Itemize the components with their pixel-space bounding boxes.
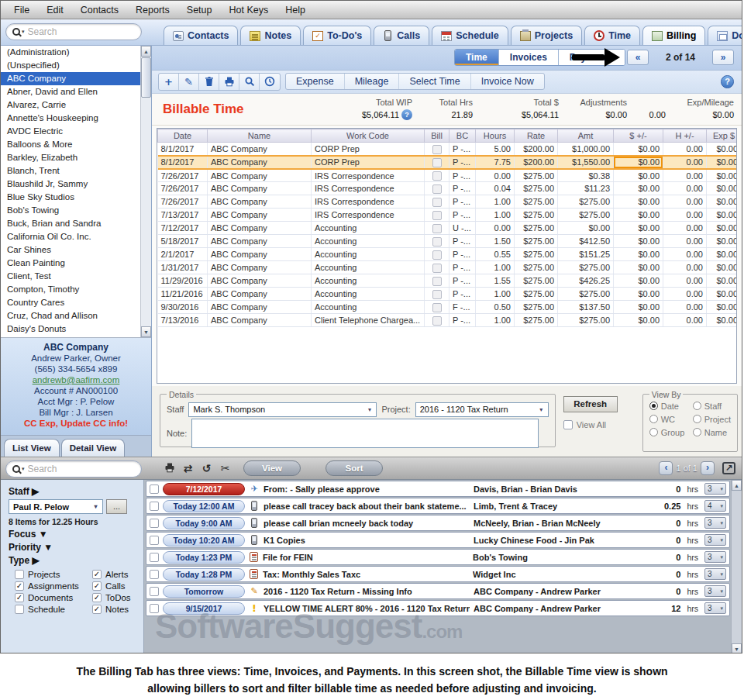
bill-checkbox[interactable]: [432, 303, 442, 312]
search-icon[interactable]: [239, 74, 260, 90]
row-checkbox[interactable]: [150, 553, 159, 562]
scroll-up-icon[interactable]: ▲: [141, 46, 151, 57]
viewby-staff[interactable]: Staff: [693, 402, 731, 411]
client-item[interactable]: Cruz, Chad and Allison: [1, 309, 140, 322]
client-item[interactable]: Bob's Towing: [1, 204, 140, 217]
client-item[interactable]: Buck, Brian and Sandra: [1, 217, 140, 230]
tab-to-do-s[interactable]: To-Do's: [303, 26, 371, 45]
client-item[interactable]: Client, Test: [1, 270, 140, 283]
client-item[interactable]: Blaushild Jr, Sammy: [1, 178, 140, 191]
bill-checkbox[interactable]: [432, 237, 442, 247]
time-entry-row[interactable]: 9/30/2016ABC CompanyAccountingF -...0.50…: [158, 301, 738, 314]
column-header-date[interactable]: Date: [158, 129, 208, 143]
priority-select[interactable]: 3▾: [704, 602, 726, 614]
client-list-scrollbar[interactable]: ▲ ▼: [140, 46, 151, 337]
bill-checkbox[interactable]: [432, 290, 442, 299]
menu-item-help[interactable]: Help: [277, 2, 314, 18]
priority-select[interactable]: 3▾: [704, 534, 726, 546]
staff-select[interactable]: Mark S. Thompson ▾: [188, 402, 377, 417]
row-checkbox[interactable]: [150, 519, 159, 528]
bill-checkbox[interactable]: [432, 184, 442, 194]
client-item[interactable]: Car Shines: [1, 243, 140, 257]
menu-item-edit[interactable]: Edit: [38, 2, 72, 18]
time-entry-row[interactable]: 11/29/2016ABC CompanyAccountingP -...1.5…: [158, 274, 738, 288]
search-options-caret-icon[interactable]: ▾: [22, 466, 25, 472]
type-assignments[interactable]: ✓Assignments: [15, 580, 89, 591]
filter-staff-header[interactable]: Staff ▶: [9, 486, 143, 497]
column-header-work-code[interactable]: Work Code: [312, 129, 425, 143]
edit-icon[interactable]: ✎: [179, 74, 199, 90]
client-item[interactable]: Blanch, Trent: [1, 164, 140, 178]
search-options-caret-icon[interactable]: ▾: [22, 29, 25, 35]
pager-prev-button[interactable]: «: [627, 50, 649, 65]
row-checkbox[interactable]: [150, 587, 159, 596]
work-item-row[interactable]: Today 1:28 PMTax: Monthly Sales TaxcWidg…: [146, 566, 730, 582]
column-header-h[interactable]: H +/-: [663, 129, 707, 143]
scroll-up-icon[interactable]: ▲: [732, 480, 742, 491]
help-icon[interactable]: ?: [401, 109, 412, 120]
invoice-now-button[interactable]: Invoice Now: [471, 74, 544, 89]
print-icon[interactable]: [219, 74, 239, 90]
viewby-group[interactable]: Group: [649, 428, 693, 437]
client-item[interactable]: Balloons & More: [1, 138, 140, 151]
priority-select[interactable]: 3▾: [704, 585, 726, 597]
client-item[interactable]: Daisy's Donuts: [1, 322, 140, 336]
subtab-invoices[interactable]: Invoices: [499, 50, 559, 65]
note-textarea[interactable]: [191, 419, 539, 448]
expense-button[interactable]: Expense: [286, 74, 345, 89]
client-item[interactable]: California Oil Co. Inc.: [1, 230, 140, 243]
priority-select[interactable]: 4▾: [704, 500, 726, 512]
filter-focus-header[interactable]: Focus ▼: [9, 529, 143, 540]
staff-more-button[interactable]: ...: [106, 499, 127, 514]
client-item[interactable]: Clean Painting: [1, 257, 140, 270]
bill-checkbox[interactable]: [432, 145, 442, 154]
bill-checkbox[interactable]: [432, 264, 442, 273]
time-entry-row[interactable]: 1/31/2017ABC CompanyAccountingP -...1.00…: [158, 261, 738, 274]
pager-next-button[interactable]: »: [712, 50, 734, 65]
scroll-thumb[interactable]: [141, 57, 151, 98]
viewby-date[interactable]: Date: [649, 402, 693, 411]
filter-priority-header[interactable]: Priority ▼: [9, 542, 143, 553]
tab-time[interactable]: Time: [584, 26, 640, 45]
row-checkbox[interactable]: [150, 502, 159, 511]
time-entry-row[interactable]: 7/26/2017ABC CompanyIRS CorrespondenceP …: [158, 195, 738, 209]
time-entry-row[interactable]: 11/21/2016ABC CompanyAccountingP -...1.0…: [158, 288, 738, 301]
menu-item-setup[interactable]: Setup: [178, 2, 221, 18]
client-item[interactable]: (Administration): [1, 46, 140, 59]
time-entry-row[interactable]: 8/1/2017ABC CompanyCORP PrepP -...7.75$2…: [158, 156, 738, 169]
bill-checkbox[interactable]: [432, 316, 442, 326]
bill-checkbox[interactable]: [432, 158, 442, 167]
column-header-amt[interactable]: Amt: [558, 129, 614, 143]
project-select[interactable]: 2016 - 1120 Tax Return ▾: [415, 402, 549, 417]
subtab-time[interactable]: Time: [455, 50, 499, 65]
priority-select[interactable]: 3▾: [704, 551, 726, 563]
client-item[interactable]: AVDC Electric: [1, 125, 140, 138]
row-checkbox[interactable]: [150, 536, 159, 545]
menu-item-hot-keys[interactable]: Hot Keys: [221, 2, 277, 18]
work-item-row[interactable]: Today 12:00 AMplease call tracey back ab…: [146, 498, 730, 514]
type-todos[interactable]: ✓ToDos: [92, 591, 142, 603]
viewby-name[interactable]: Name: [693, 428, 731, 437]
print-icon[interactable]: [162, 462, 177, 475]
pager-next-button[interactable]: ›: [701, 461, 715, 475]
work-item-row[interactable]: Today 9:00 AMplease call brian mcneely b…: [146, 515, 730, 531]
client-item[interactable]: Compton, Timothy: [1, 283, 140, 296]
time-entry-row[interactable]: 7/26/2017ABC CompanyIRS CorrespondenceP …: [158, 182, 738, 195]
sort-button[interactable]: Sort: [326, 460, 383, 476]
type-schedule[interactable]: Schedule: [15, 603, 89, 615]
column-header-name[interactable]: Name: [208, 129, 312, 143]
client-item[interactable]: Abner, David and Ellen: [1, 85, 140, 98]
scroll-down-icon[interactable]: ▼: [141, 326, 151, 337]
column-header-rate[interactable]: Rate: [515, 129, 558, 143]
work-item-row[interactable]: 9/15/2017!YELLOW TIME ALERT 80% - 2016 -…: [146, 600, 730, 616]
column-header-bc[interactable]: BC: [450, 129, 476, 143]
tab-notes[interactable]: Notes: [240, 26, 301, 45]
type-alerts[interactable]: ✓Alerts: [92, 568, 142, 580]
row-checkbox[interactable]: [150, 570, 159, 579]
work-item-row[interactable]: Today 10:20 AMK1 CopiesLucky Chinese Foo…: [146, 532, 730, 548]
cut-icon[interactable]: ✂: [218, 462, 232, 474]
work-item-row[interactable]: Today 1:23 PMFile for FEINBob's Towing0h…: [146, 549, 730, 565]
popout-icon[interactable]: ↗: [722, 462, 735, 474]
type-notes[interactable]: ✓Notes: [92, 603, 142, 615]
client-item[interactable]: Country Cares: [1, 296, 140, 309]
